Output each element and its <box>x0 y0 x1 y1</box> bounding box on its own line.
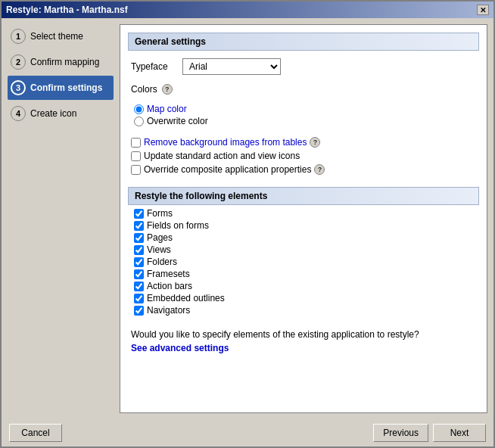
general-settings-header: General settings <box>128 33 479 51</box>
checkbox-remove-bg[interactable] <box>131 138 141 148</box>
restyle-checkbox-folders[interactable] <box>134 257 144 267</box>
general-checkboxes: Remove background images from tables?Upd… <box>128 134 479 178</box>
next-button[interactable]: Next <box>433 424 486 442</box>
restyle-label-forms[interactable]: Forms <box>147 208 173 219</box>
restyle-checkbox-views[interactable] <box>134 245 144 255</box>
previous-label: Previous <box>383 428 419 438</box>
overwrite-color-option: Overwrite color <box>134 116 473 126</box>
map-color-label[interactable]: Map color <box>147 104 187 114</box>
restyle-checkbox-embedded-outlines[interactable] <box>134 294 144 303</box>
map-color-radio[interactable] <box>134 104 144 114</box>
footer-left: Cancel <box>9 424 62 442</box>
checkbox-label-override-comp[interactable]: Override composite application propertie… <box>144 164 311 175</box>
remove-bg-help-icon[interactable]: ? <box>310 137 320 148</box>
footer: Cancel Previous Next <box>2 419 493 446</box>
restyle-item-views: Views <box>134 244 473 255</box>
advanced-question: Would you like to specify elements of th… <box>131 329 476 340</box>
sidebar-item-1[interactable]: 1Select theme <box>8 24 114 48</box>
restyle-item-forms: Forms <box>134 208 473 219</box>
override-comp-help-icon[interactable]: ? <box>314 164 325 175</box>
footer-right: Previous Next <box>373 424 486 442</box>
next-label: Next <box>450 428 469 438</box>
checkbox-item-update-std: Update standard action and view icons <box>131 151 476 161</box>
restyle-checkbox-forms[interactable] <box>134 209 144 219</box>
restyle-checkbox-framesets[interactable] <box>134 269 144 279</box>
sidebar: 1Select theme2Confirm mapping3Confirm se… <box>8 24 114 413</box>
content-area: 1Select theme2Confirm mapping3Confirm se… <box>2 18 493 419</box>
restyle-item-fields-on-forms: Fields on forms <box>134 220 473 231</box>
restyle-elements-list: FormsFields on formsPagesViewsFoldersFra… <box>128 205 479 319</box>
step-label-4: Create icon <box>30 108 76 119</box>
checkbox-update-std[interactable] <box>131 151 141 161</box>
restyle-checkbox-pages[interactable] <box>134 233 144 243</box>
restyle-label-folders[interactable]: Folders <box>147 257 177 267</box>
step-label-2: Confirm mapping <box>30 57 99 67</box>
titlebar: Restyle: Martha - Martha.nsf ✕ <box>2 2 493 18</box>
overwrite-color-radio[interactable] <box>134 117 144 126</box>
sidebar-item-3[interactable]: 3Confirm settings <box>8 76 114 100</box>
restyle-label-framesets[interactable]: Framesets <box>147 269 190 279</box>
restyle-item-action-bars: Action bars <box>134 281 473 291</box>
previous-button[interactable]: Previous <box>373 424 428 442</box>
close-button[interactable]: ✕ <box>477 5 489 15</box>
overwrite-color-label[interactable]: Overwrite color <box>147 116 208 126</box>
typeface-select[interactable]: ArialTimes New RomanVerdanaTahoma <box>182 58 281 75</box>
main-panel: General settings Typeface ArialTimes New… <box>120 24 487 413</box>
typeface-row: Typeface ArialTimes New RomanVerdanaTaho… <box>128 57 479 76</box>
restyle-item-embedded-outlines: Embedded outlines <box>134 293 473 303</box>
step-num-1: 1 <box>11 29 26 44</box>
restyle-label-fields-on-forms[interactable]: Fields on forms <box>147 220 209 231</box>
sidebar-item-2[interactable]: 2Confirm mapping <box>8 50 114 74</box>
checkbox-label-update-std[interactable]: Update standard action and view icons <box>144 151 300 161</box>
see-advanced-settings-link[interactable]: See advanced settings <box>131 343 476 353</box>
restyle-label-action-bars[interactable]: Action bars <box>147 281 192 291</box>
checkbox-item-override-comp: Override composite application propertie… <box>131 164 476 175</box>
main-window: Restyle: Martha - Martha.nsf ✕ 1Select t… <box>0 0 495 448</box>
checkbox-item-remove-bg: Remove background images from tables? <box>131 137 476 148</box>
restyle-item-pages: Pages <box>134 232 473 243</box>
step-num-2: 2 <box>11 54 26 70</box>
restyle-section: Restyle the following elements FormsFiel… <box>128 187 479 319</box>
restyle-label-views[interactable]: Views <box>147 244 171 255</box>
cancel-button[interactable]: Cancel <box>9 424 62 442</box>
sidebar-item-4[interactable]: 4Create icon <box>8 101 114 126</box>
step-num-4: 4 <box>11 106 26 121</box>
colors-label: Colors <box>131 84 157 95</box>
restyle-label-pages[interactable]: Pages <box>147 232 173 243</box>
restyle-item-navigators: Navigators <box>134 305 473 316</box>
restyle-item-framesets: Framesets <box>134 269 473 279</box>
window-title: Restyle: Martha - Martha.nsf <box>6 5 128 15</box>
restyle-checkbox-fields-on-forms[interactable] <box>134 221 144 231</box>
restyle-checkbox-navigators[interactable] <box>134 306 144 316</box>
checkbox-label-remove-bg[interactable]: Remove background images from tables <box>144 137 307 148</box>
step-label-3: Confirm settings <box>30 82 102 93</box>
restyle-label-navigators[interactable]: Navigators <box>147 305 190 316</box>
checkbox-override-comp[interactable] <box>131 165 141 175</box>
colors-help-icon[interactable]: ? <box>162 84 173 95</box>
step-num-3: 3 <box>11 80 26 95</box>
map-color-option: Map color <box>134 104 473 114</box>
color-radio-group: Map color Overwrite color <box>128 102 479 128</box>
typeface-label: Typeface <box>131 61 176 72</box>
restyle-item-folders: Folders <box>134 257 473 267</box>
colors-row: Colors ? <box>128 82 479 96</box>
advanced-section: Would you like to specify elements of th… <box>128 325 479 358</box>
restyle-elements-header: Restyle the following elements <box>128 187 479 205</box>
restyle-checkbox-action-bars[interactable] <box>134 282 144 291</box>
restyle-label-embedded-outlines[interactable]: Embedded outlines <box>147 293 225 303</box>
step-label-1: Select theme <box>30 31 83 42</box>
